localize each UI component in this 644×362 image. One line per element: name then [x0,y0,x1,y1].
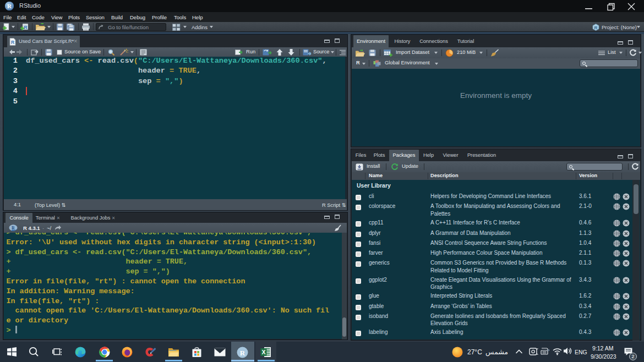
svg-text:X: X [261,349,265,355]
svg-text:R: R [12,226,15,231]
svg-text:R: R [11,39,14,45]
svg-text:R: R [594,25,598,30]
svg-text:R: R [240,348,245,356]
svg-text:R: R [7,3,12,9]
svg-text:x: x [548,348,549,352]
svg-text:R: R [24,25,28,30]
